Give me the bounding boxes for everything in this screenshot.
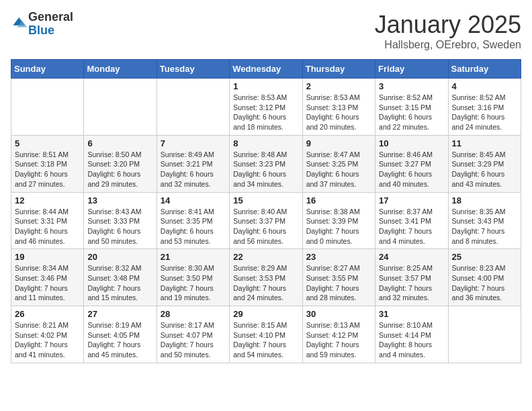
day-number: 22 — [233, 252, 298, 262]
day-number: 3 — [379, 81, 444, 91]
weekday-monday: Monday — [84, 60, 157, 79]
title-block: January 2025 Hallsberg, OErebro, Sweden — [375, 11, 521, 51]
day-number: 7 — [161, 138, 226, 148]
day-number: 19 — [15, 252, 80, 262]
day-info: Sunrise: 8:45 AM Sunset: 3:29 PM Dayligh… — [452, 150, 517, 189]
week-row-5: 26Sunrise: 8:21 AM Sunset: 4:02 PM Dayli… — [11, 306, 521, 363]
day-cell: 14Sunrise: 8:41 AM Sunset: 3:35 PM Dayli… — [157, 192, 229, 249]
day-cell: 2Sunrise: 8:53 AM Sunset: 3:13 PM Daylig… — [302, 79, 375, 136]
day-number: 29 — [233, 309, 298, 319]
day-number: 17 — [379, 195, 444, 205]
day-cell: 9Sunrise: 8:47 AM Sunset: 3:25 PM Daylig… — [302, 135, 375, 192]
day-number: 14 — [161, 195, 226, 205]
day-cell: 22Sunrise: 8:29 AM Sunset: 3:53 PM Dayli… — [230, 249, 302, 306]
day-cell: 21Sunrise: 8:30 AM Sunset: 3:50 PM Dayli… — [157, 249, 229, 306]
day-number: 10 — [379, 138, 444, 148]
weekday-tuesday: Tuesday — [157, 60, 229, 79]
day-cell: 29Sunrise: 8:15 AM Sunset: 4:10 PM Dayli… — [230, 306, 302, 363]
location: Hallsberg, OErebro, Sweden — [375, 39, 521, 51]
day-number: 26 — [15, 309, 80, 319]
logo-icon — [12, 15, 27, 30]
week-row-2: 5Sunrise: 8:51 AM Sunset: 3:18 PM Daylig… — [11, 135, 521, 192]
day-cell — [11, 79, 84, 136]
day-info: Sunrise: 8:10 AM Sunset: 4:14 PM Dayligh… — [379, 320, 444, 360]
day-cell: 6Sunrise: 8:50 AM Sunset: 3:20 PM Daylig… — [84, 135, 157, 192]
day-info: Sunrise: 8:51 AM Sunset: 3:18 PM Dayligh… — [15, 150, 80, 189]
day-info: Sunrise: 8:29 AM Sunset: 3:53 PM Dayligh… — [233, 263, 298, 303]
day-info: Sunrise: 8:48 AM Sunset: 3:23 PM Dayligh… — [233, 150, 298, 189]
day-number: 5 — [15, 138, 80, 148]
day-info: Sunrise: 8:37 AM Sunset: 3:41 PM Dayligh… — [379, 207, 444, 246]
week-row-4: 19Sunrise: 8:34 AM Sunset: 3:46 PM Dayli… — [11, 249, 521, 306]
day-info: Sunrise: 8:50 AM Sunset: 3:20 PM Dayligh… — [87, 150, 152, 189]
day-number: 30 — [306, 309, 371, 319]
day-number: 31 — [379, 309, 444, 319]
day-info: Sunrise: 8:13 AM Sunset: 4:12 PM Dayligh… — [306, 320, 371, 360]
day-info: Sunrise: 8:30 AM Sunset: 3:50 PM Dayligh… — [161, 263, 226, 303]
day-info: Sunrise: 8:52 AM Sunset: 3:16 PM Dayligh… — [452, 93, 517, 132]
day-number: 23 — [306, 252, 371, 262]
day-cell: 25Sunrise: 8:23 AM Sunset: 4:00 PM Dayli… — [448, 249, 521, 306]
day-info: Sunrise: 8:40 AM Sunset: 3:37 PM Dayligh… — [233, 207, 298, 246]
day-info: Sunrise: 8:17 AM Sunset: 4:07 PM Dayligh… — [161, 320, 226, 360]
day-info: Sunrise: 8:15 AM Sunset: 4:10 PM Dayligh… — [233, 320, 298, 360]
day-info: Sunrise: 8:44 AM Sunset: 3:31 PM Dayligh… — [15, 207, 80, 246]
page-header: General Blue January 2025 Hallsberg, OEr… — [11, 11, 521, 51]
weekday-saturday: Saturday — [448, 60, 521, 79]
day-info: Sunrise: 8:32 AM Sunset: 3:48 PM Dayligh… — [87, 263, 152, 303]
day-cell: 16Sunrise: 8:38 AM Sunset: 3:39 PM Dayli… — [302, 192, 375, 249]
day-cell: 19Sunrise: 8:34 AM Sunset: 3:46 PM Dayli… — [11, 249, 84, 306]
day-cell: 15Sunrise: 8:40 AM Sunset: 3:37 PM Dayli… — [230, 192, 302, 249]
day-info: Sunrise: 8:27 AM Sunset: 3:55 PM Dayligh… — [306, 263, 371, 303]
day-cell: 11Sunrise: 8:45 AM Sunset: 3:29 PM Dayli… — [448, 135, 521, 192]
day-info: Sunrise: 8:21 AM Sunset: 4:02 PM Dayligh… — [15, 320, 80, 360]
day-number: 9 — [306, 138, 371, 148]
week-row-3: 12Sunrise: 8:44 AM Sunset: 3:31 PM Dayli… — [11, 192, 521, 249]
day-info: Sunrise: 8:38 AM Sunset: 3:39 PM Dayligh… — [306, 207, 371, 246]
weekday-thursday: Thursday — [302, 60, 375, 79]
day-cell: 4Sunrise: 8:52 AM Sunset: 3:16 PM Daylig… — [448, 79, 521, 136]
day-info: Sunrise: 8:19 AM Sunset: 4:05 PM Dayligh… — [87, 320, 152, 360]
day-number: 4 — [452, 81, 517, 91]
day-number: 13 — [87, 195, 152, 205]
day-number: 24 — [379, 252, 444, 262]
day-cell: 30Sunrise: 8:13 AM Sunset: 4:12 PM Dayli… — [302, 306, 375, 363]
day-number: 20 — [87, 252, 152, 262]
day-info: Sunrise: 8:23 AM Sunset: 4:00 PM Dayligh… — [452, 263, 517, 303]
day-cell — [448, 306, 521, 363]
weekday-sunday: Sunday — [11, 60, 84, 79]
day-cell: 13Sunrise: 8:43 AM Sunset: 3:33 PM Dayli… — [84, 192, 157, 249]
day-cell: 26Sunrise: 8:21 AM Sunset: 4:02 PM Dayli… — [11, 306, 84, 363]
day-cell: 1Sunrise: 8:53 AM Sunset: 3:12 PM Daylig… — [230, 79, 302, 136]
day-cell: 31Sunrise: 8:10 AM Sunset: 4:14 PM Dayli… — [375, 306, 448, 363]
day-info: Sunrise: 8:46 AM Sunset: 3:27 PM Dayligh… — [379, 150, 444, 189]
day-info: Sunrise: 8:53 AM Sunset: 3:13 PM Dayligh… — [306, 93, 371, 132]
day-cell: 23Sunrise: 8:27 AM Sunset: 3:55 PM Dayli… — [302, 249, 375, 306]
day-cell: 10Sunrise: 8:46 AM Sunset: 3:27 PM Dayli… — [375, 135, 448, 192]
month-title: January 2025 — [375, 11, 521, 39]
day-number: 27 — [87, 309, 152, 319]
logo-general-text: General — [28, 10, 73, 24]
calendar: SundayMondayTuesdayWednesdayThursdayFrid… — [11, 59, 521, 363]
day-cell: 20Sunrise: 8:32 AM Sunset: 3:48 PM Dayli… — [84, 249, 157, 306]
day-info: Sunrise: 8:53 AM Sunset: 3:12 PM Dayligh… — [233, 93, 298, 132]
weekday-header-row: SundayMondayTuesdayWednesdayThursdayFrid… — [11, 60, 521, 79]
day-info: Sunrise: 8:52 AM Sunset: 3:15 PM Dayligh… — [379, 93, 444, 132]
logo: General Blue — [11, 11, 73, 38]
day-number: 12 — [15, 195, 80, 205]
day-cell — [157, 79, 229, 136]
day-number: 16 — [306, 195, 371, 205]
day-info: Sunrise: 8:35 AM Sunset: 3:43 PM Dayligh… — [452, 207, 517, 246]
day-number: 1 — [233, 81, 298, 91]
day-cell: 8Sunrise: 8:48 AM Sunset: 3:23 PM Daylig… — [230, 135, 302, 192]
weekday-friday: Friday — [375, 60, 448, 79]
day-cell: 5Sunrise: 8:51 AM Sunset: 3:18 PM Daylig… — [11, 135, 84, 192]
logo-blue-text: Blue — [28, 24, 54, 37]
day-cell: 7Sunrise: 8:49 AM Sunset: 3:21 PM Daylig… — [157, 135, 229, 192]
weekday-wednesday: Wednesday — [230, 60, 302, 79]
day-info: Sunrise: 8:47 AM Sunset: 3:25 PM Dayligh… — [306, 150, 371, 189]
day-number: 2 — [306, 81, 371, 91]
day-cell: 18Sunrise: 8:35 AM Sunset: 3:43 PM Dayli… — [448, 192, 521, 249]
day-info: Sunrise: 8:49 AM Sunset: 3:21 PM Dayligh… — [161, 150, 226, 189]
day-number: 18 — [452, 195, 517, 205]
